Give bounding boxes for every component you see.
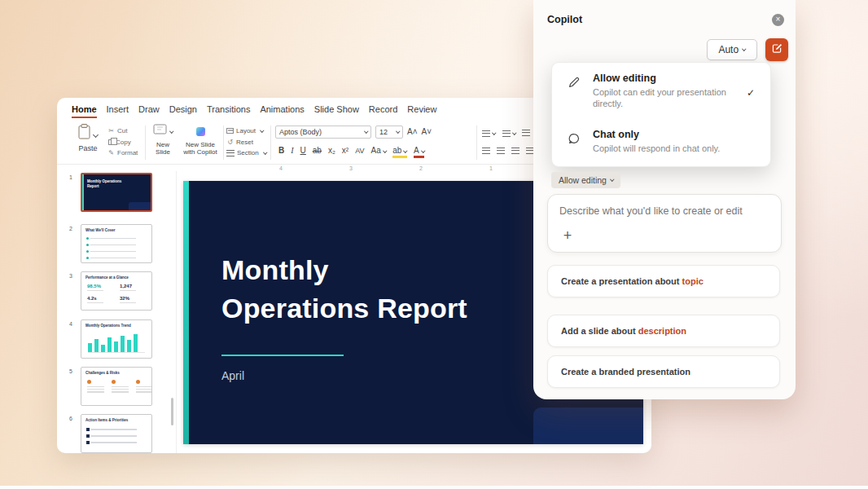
auto-dropdown-button[interactable]: Auto xyxy=(707,39,757,60)
layout-button[interactable]: Layout xyxy=(226,127,266,134)
bottom-edge-strip xyxy=(0,486,868,489)
tab-design[interactable]: Design xyxy=(169,104,197,118)
chevron-down-icon xyxy=(396,130,400,134)
auto-label: Auto xyxy=(718,44,739,55)
grow-font-button[interactable]: A˄ xyxy=(407,127,418,137)
chevron-down-icon xyxy=(742,47,746,51)
slide-number: 6 xyxy=(69,416,72,421)
chat-bubble-icon xyxy=(568,132,581,148)
prompt-input[interactable] xyxy=(559,202,769,220)
suggestion-create-presentation[interactable]: Create a presentation about topic xyxy=(547,265,780,297)
slide-title-line2: Operations Report xyxy=(221,293,467,324)
tab-slide-show[interactable]: Slide Show xyxy=(314,104,359,118)
new-slide-with-copilot-button[interactable]: New Slidewith Copilot xyxy=(179,124,221,156)
section-button[interactable]: Section xyxy=(226,149,266,156)
subscript-button[interactable]: x₂ xyxy=(328,146,335,156)
underline-button[interactable]: U xyxy=(300,146,306,156)
font-color-button[interactable]: A xyxy=(414,146,424,156)
ribbon-divider xyxy=(476,126,477,160)
slide-thumbnail-4[interactable]: Monthly Operations Trend xyxy=(81,319,152,359)
font-group-row1: Aptos (Body) 12 A˄ A˅ xyxy=(275,126,432,139)
copy-icon xyxy=(108,139,113,145)
suggestion-highlight: topic xyxy=(682,276,704,286)
slide-subtitle[interactable]: April xyxy=(221,369,244,382)
suggestion-add-slide[interactable]: Add a slide about description xyxy=(547,315,780,347)
chevron-down-icon xyxy=(364,130,368,134)
italic-button[interactable]: I xyxy=(291,146,293,156)
menu-item-description: Copilot will respond in chat only. xyxy=(593,143,736,155)
menu-item-chat-only[interactable]: Chat only xyxy=(593,129,639,140)
slide-number: 2 xyxy=(69,226,72,231)
scissors-icon: ✂ xyxy=(107,127,115,134)
align-center-icon[interactable] xyxy=(497,148,505,154)
superscript-button[interactable]: x² xyxy=(342,146,349,156)
slide-number: 5 xyxy=(69,368,72,374)
format-painter-label: Format xyxy=(117,149,138,156)
ribbon-tab-bar: Home Insert Draw Design Transitions Anim… xyxy=(72,104,436,118)
section-label: Section xyxy=(237,149,259,156)
chevron-down-icon xyxy=(404,148,408,152)
close-icon[interactable]: × xyxy=(772,14,784,26)
tab-record[interactable]: Record xyxy=(369,104,397,118)
tab-insert[interactable]: Insert xyxy=(107,104,129,118)
numbering-button[interactable] xyxy=(502,126,516,140)
slide-thumbnail-3[interactable]: Performance at a Glance 98.5% 1,247 4.2s… xyxy=(81,271,152,311)
copy-label: Copy xyxy=(116,139,131,146)
layout-label: Layout xyxy=(236,127,256,134)
tab-transitions[interactable]: Transitions xyxy=(207,104,250,118)
thumbnail-preview: Action Items & Priorities xyxy=(81,415,151,452)
reset-button[interactable]: ↺Reset xyxy=(226,139,266,146)
ribbon-divider xyxy=(223,126,224,160)
suggestion-branded-presentation[interactable]: Create a branded presentation xyxy=(547,355,780,388)
slide-title[interactable]: Monthly Operations Report xyxy=(221,251,467,328)
tab-draw[interactable]: Draw xyxy=(138,104,160,118)
text-highlight-button[interactable]: ab xyxy=(392,146,407,156)
slide-thumbnail-5[interactable]: Challenges & Risks xyxy=(81,367,152,406)
cut-label: Cut xyxy=(117,127,127,134)
slide-thumbnail-2[interactable]: What We'll Cover xyxy=(81,224,152,263)
bold-button[interactable]: B xyxy=(278,146,284,156)
cut-button[interactable]: ✂Cut xyxy=(107,127,138,134)
suggestion-text: Add a slide about xyxy=(561,326,638,336)
tab-animations[interactable]: Animations xyxy=(260,104,304,118)
new-chat-edit-button[interactable] xyxy=(765,38,788,61)
font-size-combobox[interactable]: 12 xyxy=(375,126,403,139)
copilot-mode-menu: Allow editing Copilot can edit your pres… xyxy=(551,62,771,167)
new-slide-button[interactable]: NewSlide xyxy=(148,124,178,156)
layout-icon xyxy=(226,128,234,134)
thumbnail-scrollbar[interactable] xyxy=(171,398,173,425)
slide-thumbnail-6[interactable]: Action Items & Priorities xyxy=(81,414,152,453)
pencil-icon xyxy=(568,76,581,92)
align-left-icon[interactable] xyxy=(482,148,490,154)
font-name-value: Aptos (Body) xyxy=(279,128,322,136)
align-right-icon[interactable] xyxy=(511,148,519,154)
checkmark-icon: ✓ xyxy=(747,87,755,99)
menu-item-allow-editing[interactable]: Allow editing xyxy=(593,73,656,84)
strikethrough-button[interactable]: ab xyxy=(313,146,322,156)
copilot-slide-label-2: with Copilot xyxy=(183,148,217,156)
suggestion-highlight: description xyxy=(638,326,686,336)
format-painter-icon: ✎ xyxy=(107,149,115,156)
copilot-composer: + xyxy=(547,194,782,253)
tab-home[interactable]: Home xyxy=(72,104,97,118)
paste-button[interactable]: Paste xyxy=(72,124,104,152)
format-painter-button[interactable]: ✎Format xyxy=(107,149,138,156)
character-spacing-button[interactable]: AV xyxy=(355,146,364,156)
ruler-mark: 3 xyxy=(349,165,353,171)
copy-button[interactable]: Copy xyxy=(107,139,138,146)
tab-review[interactable]: Review xyxy=(407,104,436,118)
bullets-button[interactable] xyxy=(482,126,496,140)
new-slide-label: New xyxy=(156,141,169,148)
slide-thumbnail-1[interactable]: Monthly Operations Report xyxy=(81,173,152,212)
bullets-icon xyxy=(482,130,490,137)
font-size-value: 12 xyxy=(379,128,388,136)
change-case-button[interactable]: Aa xyxy=(371,146,387,156)
chevron-down-icon xyxy=(383,148,387,152)
chevron-down-icon xyxy=(492,130,496,134)
font-name-combobox[interactable]: Aptos (Body) xyxy=(275,126,371,139)
chevron-down-icon xyxy=(260,128,264,132)
indent-icon[interactable] xyxy=(522,130,530,136)
add-content-button[interactable]: + xyxy=(560,227,575,244)
mode-pill-allow-editing[interactable]: Allow editing xyxy=(551,172,620,188)
shrink-font-button[interactable]: A˅ xyxy=(422,127,432,137)
